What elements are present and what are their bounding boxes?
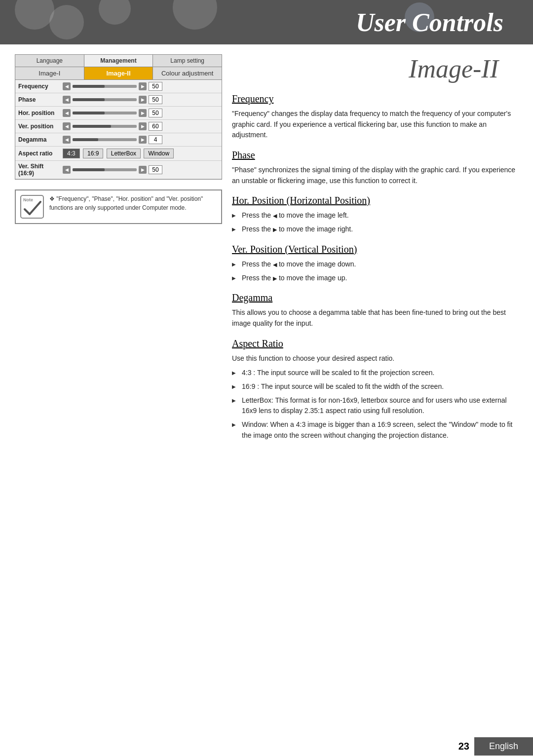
- value-ver-shift: 50: [149, 165, 162, 174]
- aspect-btn-window[interactable]: Window: [144, 149, 174, 158]
- section-title-phase: Phase: [232, 150, 518, 161]
- right-panel: Image-II Frequency "Frequency" changes t…: [232, 54, 518, 450]
- settings-table: Frequency ◀ ▶ 50: [15, 80, 222, 179]
- table-row: Frequency ◀ ▶ 50: [15, 80, 222, 93]
- slider-track-ver[interactable]: [73, 125, 137, 128]
- image-ii-heading: Image-II: [232, 54, 518, 83]
- subtab-colour-adjustment[interactable]: Colour adjustment: [153, 67, 222, 79]
- ver-position-bullets: Press the to move the image down. Press …: [232, 259, 518, 283]
- slider-left-icon-ver[interactable]: ◀: [63, 122, 71, 130]
- note-icon: Note: [20, 194, 44, 219]
- page-title: User Controls: [356, 8, 503, 37]
- section-title-frequency: Frequency: [232, 93, 518, 105]
- list-item: Press the to move the image right.: [232, 224, 518, 235]
- settings-panel: Language Management Lamp setting Image-I…: [15, 54, 222, 180]
- page-header: User Controls: [0, 0, 533, 44]
- slider-track-vershift[interactable]: [73, 168, 137, 171]
- slider-track-phase[interactable]: [73, 98, 137, 101]
- slider-track-frequency[interactable]: [73, 85, 137, 88]
- subtab-image-ii[interactable]: Image-II: [84, 67, 153, 79]
- aspect-btn-43[interactable]: 4:3: [63, 149, 80, 158]
- section-degamma: Degamma This allows you to choose a dega…: [232, 292, 518, 329]
- tab-language[interactable]: Language: [15, 55, 84, 67]
- section-text-phase: "Phase" synchronizes the signal timing o…: [232, 165, 518, 186]
- note-box: Note ❖ "Frequency", "Phase", "Hor. posit…: [15, 189, 222, 224]
- slider-right-icon-frequency[interactable]: ▶: [139, 82, 147, 90]
- list-item: Press the to move the image up.: [232, 273, 518, 284]
- setting-label-degamma: Degamma: [15, 133, 60, 147]
- hor-position-bullets: Press the to move the image left. Press …: [232, 210, 518, 234]
- table-row: Hor. position ◀ ▶ 50: [15, 107, 222, 120]
- slider-right-icon-phase[interactable]: ▶: [139, 96, 147, 104]
- section-title-aspect-ratio: Aspect Ratio: [232, 338, 518, 349]
- tab-management[interactable]: Management: [84, 55, 153, 67]
- language-label: English: [474, 737, 533, 756]
- table-row: Ver. position ◀ ▶ 60: [15, 120, 222, 133]
- table-row: Degamma ◀ ▶ 4: [15, 133, 222, 147]
- top-tabs: Language Management Lamp setting: [15, 55, 222, 67]
- setting-control-frequency: ◀ ▶ 50: [60, 80, 222, 93]
- slider-right-icon-degamma[interactable]: ▶: [139, 136, 147, 144]
- slider-left-icon-frequency[interactable]: ◀: [63, 82, 71, 90]
- list-item: LetterBox: This format is for non-16x9, …: [232, 395, 518, 416]
- table-row-aspect: Aspect ratio 4:3 16:9 LetterBox Window: [15, 147, 222, 161]
- setting-control-degamma: ◀ ▶ 4: [60, 133, 222, 147]
- section-frequency: Frequency "Frequency" changes the displa…: [232, 93, 518, 141]
- setting-label-phase: Phase: [15, 93, 60, 107]
- slider-left-icon-hor[interactable]: ◀: [63, 109, 71, 117]
- value-frequency: 50: [149, 82, 162, 91]
- section-text-aspect-intro: Use this function to choose your desired…: [232, 353, 518, 364]
- list-item: 16:9 : The input source will be scaled t…: [232, 381, 518, 392]
- value-phase: 50: [149, 95, 162, 104]
- aspect-ratio-bullets: 4:3 : The input source will be scaled to…: [232, 368, 518, 441]
- slider-right-icon-ver[interactable]: ▶: [139, 122, 147, 130]
- list-item: Press the to move the image down.: [232, 259, 518, 270]
- svg-text:Note: Note: [23, 197, 33, 202]
- section-text-degamma: This allows you to choose a degamma tabl…: [232, 307, 518, 329]
- slider-left-icon-phase[interactable]: ◀: [63, 96, 71, 104]
- section-title-degamma: Degamma: [232, 292, 518, 303]
- list-item: Window: When a 4:3 image is bigger than …: [232, 419, 518, 441]
- setting-label-hor-position: Hor. position: [15, 107, 60, 120]
- setting-label-ver-position: Ver. position: [15, 120, 60, 133]
- table-row: Phase ◀ ▶ 50: [15, 93, 222, 107]
- table-row-ver-shift: Ver. Shift (16:9) ◀ ▶ 50: [15, 161, 222, 179]
- setting-control-aspect: 4:3 16:9 LetterBox Window: [60, 147, 222, 161]
- section-phase: Phase "Phase" synchronizes the signal ti…: [232, 150, 518, 186]
- main-content: Language Management Lamp setting Image-I…: [0, 44, 533, 459]
- setting-control-ver-position: ◀ ▶ 60: [60, 120, 222, 133]
- slider-right-icon-hor[interactable]: ▶: [139, 109, 147, 117]
- section-title-ver-position: Ver. Position (Vertical Position): [232, 244, 518, 255]
- aspect-btn-letterbox[interactable]: LetterBox: [107, 149, 141, 158]
- setting-control-ver-shift: ◀ ▶ 50: [60, 161, 222, 179]
- note-text: ❖ "Frequency", "Phase", "Hor. position" …: [49, 194, 217, 212]
- slider-left-icon-degamma[interactable]: ◀: [63, 136, 71, 144]
- list-item: 4:3 : The input source will be scaled to…: [232, 368, 518, 378]
- value-degamma: 4: [149, 135, 162, 144]
- value-ver-position: 60: [149, 122, 162, 131]
- list-item: Press the to move the image left.: [232, 210, 518, 221]
- page-number: 23: [454, 737, 474, 756]
- slider-track-degamma[interactable]: [73, 138, 137, 141]
- left-panel: Language Management Lamp setting Image-I…: [15, 54, 222, 450]
- slider-track-hor[interactable]: [73, 112, 137, 114]
- page-footer: 23 English: [454, 737, 533, 756]
- setting-label-aspect: Aspect ratio: [15, 147, 60, 161]
- section-title-hor-position: Hor. Position (Horizontal Position): [232, 195, 518, 206]
- section-text-frequency: "Frequency" changes the display data fre…: [232, 109, 518, 141]
- section-hor-position: Hor. Position (Horizontal Position) Pres…: [232, 195, 518, 234]
- aspect-btn-169[interactable]: 16:9: [83, 149, 103, 158]
- slider-left-icon-vershift[interactable]: ◀: [63, 166, 71, 174]
- value-hor-position: 50: [149, 109, 162, 117]
- tab-lamp-setting[interactable]: Lamp setting: [153, 55, 222, 67]
- setting-label-ver-shift: Ver. Shift (16:9): [15, 161, 60, 179]
- sub-tabs: Image-I Image-II Colour adjustment: [15, 67, 222, 80]
- section-aspect-ratio: Aspect Ratio Use this function to choose…: [232, 338, 518, 441]
- subtab-image-i[interactable]: Image-I: [15, 67, 84, 79]
- setting-control-phase: ◀ ▶ 50: [60, 93, 222, 107]
- setting-label-frequency: Frequency: [15, 80, 60, 93]
- setting-control-hor-position: ◀ ▶ 50: [60, 107, 222, 120]
- section-ver-position: Ver. Position (Vertical Position) Press …: [232, 244, 518, 283]
- slider-right-icon-vershift[interactable]: ▶: [139, 166, 147, 174]
